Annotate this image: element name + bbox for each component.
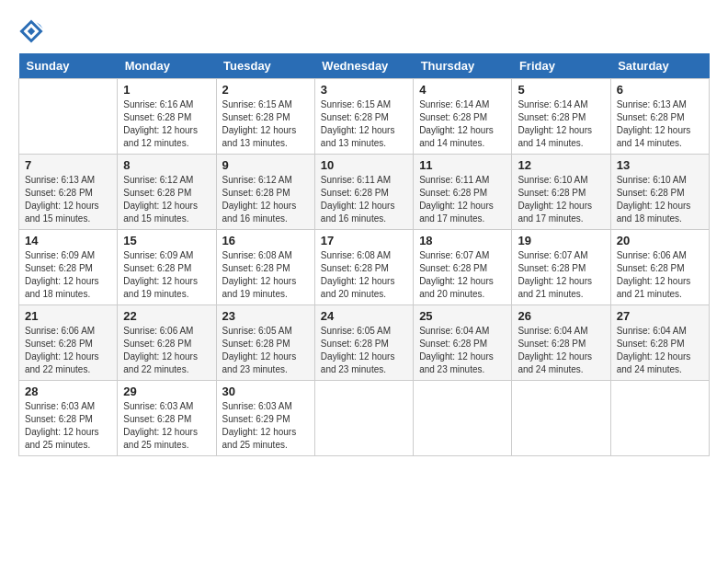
day-info: Sunrise: 6:06 AM Sunset: 6:28 PM Dayligh… xyxy=(617,249,703,301)
calendar-cell: 15Sunrise: 6:09 AM Sunset: 6:28 PM Dayli… xyxy=(118,230,216,305)
day-info: Sunrise: 6:11 AM Sunset: 6:28 PM Dayligh… xyxy=(321,174,407,225)
calendar-cell: 23Sunrise: 6:05 AM Sunset: 6:28 PM Dayli… xyxy=(216,305,314,381)
calendar-header-tuesday: Tuesday xyxy=(216,53,314,79)
day-number: 8 xyxy=(123,158,210,172)
calendar-cell: 14Sunrise: 6:09 AM Sunset: 6:28 PM Dayli… xyxy=(19,230,118,305)
day-info: Sunrise: 6:06 AM Sunset: 6:28 PM Dayligh… xyxy=(25,325,111,376)
calendar-cell xyxy=(512,381,610,456)
calendar-week-2: 7Sunrise: 6:13 AM Sunset: 6:28 PM Daylig… xyxy=(19,155,710,230)
day-number: 17 xyxy=(321,234,407,247)
day-number: 2 xyxy=(222,83,309,97)
day-info: Sunrise: 6:08 AM Sunset: 6:28 PM Dayligh… xyxy=(321,249,407,301)
day-info: Sunrise: 6:10 AM Sunset: 6:28 PM Dayligh… xyxy=(518,174,604,225)
day-info: Sunrise: 6:09 AM Sunset: 6:28 PM Dayligh… xyxy=(123,249,210,301)
calendar-header-monday: Monday xyxy=(118,53,216,79)
calendar-cell: 4Sunrise: 6:14 AM Sunset: 6:28 PM Daylig… xyxy=(414,79,512,155)
day-number: 18 xyxy=(419,234,506,247)
day-number: 19 xyxy=(518,234,604,247)
day-info: Sunrise: 6:08 AM Sunset: 6:28 PM Dayligh… xyxy=(222,249,309,301)
day-info: Sunrise: 6:05 AM Sunset: 6:28 PM Dayligh… xyxy=(222,325,309,376)
calendar-cell xyxy=(414,381,512,456)
day-info: Sunrise: 6:11 AM Sunset: 6:28 PM Dayligh… xyxy=(419,174,506,225)
day-number: 12 xyxy=(518,158,604,172)
calendar-cell: 3Sunrise: 6:15 AM Sunset: 6:28 PM Daylig… xyxy=(314,79,413,155)
calendar-cell: 21Sunrise: 6:06 AM Sunset: 6:28 PM Dayli… xyxy=(19,305,118,381)
calendar-cell: 17Sunrise: 6:08 AM Sunset: 6:28 PM Dayli… xyxy=(314,230,413,305)
day-number: 14 xyxy=(25,234,111,247)
calendar-cell: 6Sunrise: 6:13 AM Sunset: 6:28 PM Daylig… xyxy=(610,79,709,155)
calendar-cell: 2Sunrise: 6:15 AM Sunset: 6:28 PM Daylig… xyxy=(216,79,314,155)
calendar-cell: 10Sunrise: 6:11 AM Sunset: 6:28 PM Dayli… xyxy=(314,155,413,230)
day-number: 27 xyxy=(617,309,703,323)
day-number: 23 xyxy=(222,309,309,323)
day-number: 9 xyxy=(222,158,309,172)
calendar-week-3: 14Sunrise: 6:09 AM Sunset: 6:28 PM Dayli… xyxy=(19,230,710,305)
calendar-cell: 18Sunrise: 6:07 AM Sunset: 6:28 PM Dayli… xyxy=(414,230,512,305)
calendar-header-row: SundayMondayTuesdayWednesdayThursdayFrid… xyxy=(19,53,710,79)
calendar-cell: 9Sunrise: 6:12 AM Sunset: 6:28 PM Daylig… xyxy=(216,155,314,230)
day-info: Sunrise: 6:05 AM Sunset: 6:28 PM Dayligh… xyxy=(321,325,407,376)
calendar-cell: 28Sunrise: 6:03 AM Sunset: 6:28 PM Dayli… xyxy=(19,381,118,456)
logo-icon xyxy=(18,18,44,44)
day-info: Sunrise: 6:14 AM Sunset: 6:28 PM Dayligh… xyxy=(518,98,604,150)
page-header xyxy=(18,18,710,44)
day-info: Sunrise: 6:03 AM Sunset: 6:28 PM Dayligh… xyxy=(25,400,111,452)
day-info: Sunrise: 6:03 AM Sunset: 6:29 PM Dayligh… xyxy=(222,400,309,452)
calendar-cell: 1Sunrise: 6:16 AM Sunset: 6:28 PM Daylig… xyxy=(118,79,216,155)
calendar: SundayMondayTuesdayWednesdayThursdayFrid… xyxy=(18,53,710,456)
calendar-cell: 27Sunrise: 6:04 AM Sunset: 6:28 PM Dayli… xyxy=(610,305,709,381)
calendar-cell xyxy=(314,381,413,456)
calendar-cell: 8Sunrise: 6:12 AM Sunset: 6:28 PM Daylig… xyxy=(118,155,216,230)
calendar-cell: 5Sunrise: 6:14 AM Sunset: 6:28 PM Daylig… xyxy=(512,79,610,155)
day-number: 21 xyxy=(25,309,111,323)
day-info: Sunrise: 6:15 AM Sunset: 6:28 PM Dayligh… xyxy=(222,98,309,150)
calendar-cell: 30Sunrise: 6:03 AM Sunset: 6:29 PM Dayli… xyxy=(216,381,314,456)
day-number: 7 xyxy=(25,158,111,172)
day-number: 4 xyxy=(419,83,506,97)
calendar-cell: 16Sunrise: 6:08 AM Sunset: 6:28 PM Dayli… xyxy=(216,230,314,305)
day-info: Sunrise: 6:07 AM Sunset: 6:28 PM Dayligh… xyxy=(518,249,604,301)
day-number: 30 xyxy=(222,385,309,398)
day-number: 20 xyxy=(617,234,703,247)
day-number: 10 xyxy=(321,158,407,172)
day-number: 24 xyxy=(321,309,407,323)
calendar-cell: 20Sunrise: 6:06 AM Sunset: 6:28 PM Dayli… xyxy=(610,230,709,305)
day-info: Sunrise: 6:14 AM Sunset: 6:28 PM Dayligh… xyxy=(419,98,506,150)
calendar-header-wednesday: Wednesday xyxy=(314,53,413,79)
day-number: 22 xyxy=(123,309,210,323)
day-info: Sunrise: 6:03 AM Sunset: 6:28 PM Dayligh… xyxy=(123,400,210,452)
calendar-cell: 22Sunrise: 6:06 AM Sunset: 6:28 PM Dayli… xyxy=(118,305,216,381)
calendar-header-friday: Friday xyxy=(512,53,610,79)
calendar-week-4: 21Sunrise: 6:06 AM Sunset: 6:28 PM Dayli… xyxy=(19,305,710,381)
calendar-cell: 26Sunrise: 6:04 AM Sunset: 6:28 PM Dayli… xyxy=(512,305,610,381)
calendar-cell: 19Sunrise: 6:07 AM Sunset: 6:28 PM Dayli… xyxy=(512,230,610,305)
day-info: Sunrise: 6:09 AM Sunset: 6:28 PM Dayligh… xyxy=(25,249,111,301)
calendar-cell: 29Sunrise: 6:03 AM Sunset: 6:28 PM Dayli… xyxy=(118,381,216,456)
calendar-header-sunday: Sunday xyxy=(19,53,118,79)
day-info: Sunrise: 6:12 AM Sunset: 6:28 PM Dayligh… xyxy=(222,174,309,225)
day-number: 25 xyxy=(419,309,506,323)
day-number: 26 xyxy=(518,309,604,323)
day-info: Sunrise: 6:04 AM Sunset: 6:28 PM Dayligh… xyxy=(419,325,506,376)
calendar-cell: 11Sunrise: 6:11 AM Sunset: 6:28 PM Dayli… xyxy=(414,155,512,230)
calendar-cell: 13Sunrise: 6:10 AM Sunset: 6:28 PM Dayli… xyxy=(610,155,709,230)
day-number: 3 xyxy=(321,83,407,97)
day-info: Sunrise: 6:15 AM Sunset: 6:28 PM Dayligh… xyxy=(321,98,407,150)
day-number: 16 xyxy=(222,234,309,247)
day-info: Sunrise: 6:16 AM Sunset: 6:28 PM Dayligh… xyxy=(123,98,210,150)
calendar-week-5: 28Sunrise: 6:03 AM Sunset: 6:28 PM Dayli… xyxy=(19,381,710,456)
calendar-header-saturday: Saturday xyxy=(610,53,709,79)
calendar-cell xyxy=(610,381,709,456)
day-info: Sunrise: 6:13 AM Sunset: 6:28 PM Dayligh… xyxy=(617,98,703,150)
day-number: 6 xyxy=(617,83,703,97)
day-info: Sunrise: 6:07 AM Sunset: 6:28 PM Dayligh… xyxy=(419,249,506,301)
day-number: 1 xyxy=(123,83,210,97)
calendar-cell: 12Sunrise: 6:10 AM Sunset: 6:28 PM Dayli… xyxy=(512,155,610,230)
day-info: Sunrise: 6:04 AM Sunset: 6:28 PM Dayligh… xyxy=(518,325,604,376)
day-number: 13 xyxy=(617,158,703,172)
day-number: 15 xyxy=(123,234,210,247)
day-info: Sunrise: 6:06 AM Sunset: 6:28 PM Dayligh… xyxy=(123,325,210,376)
day-number: 11 xyxy=(419,158,506,172)
day-info: Sunrise: 6:04 AM Sunset: 6:28 PM Dayligh… xyxy=(617,325,703,376)
calendar-header-thursday: Thursday xyxy=(414,53,512,79)
